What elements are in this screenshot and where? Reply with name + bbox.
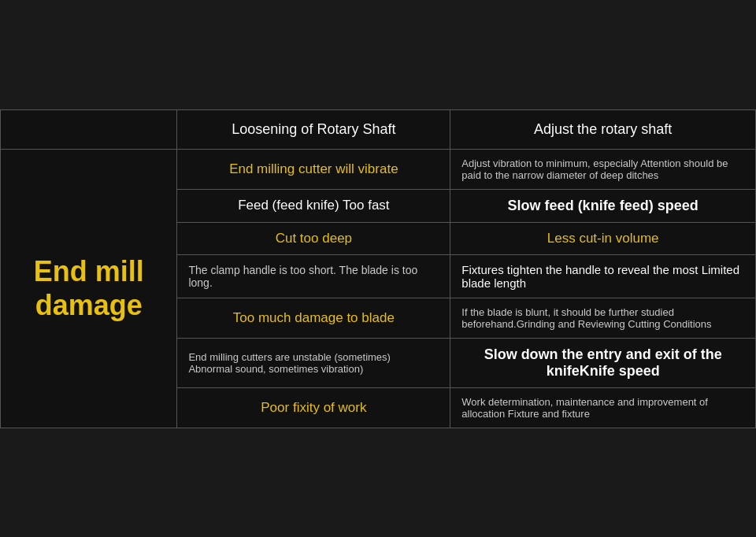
problem-cell: The clamp handle is too short. The blade… (177, 254, 450, 298)
solution-cell: If the blade is blunt, it should be furt… (450, 298, 756, 338)
problem-cell: End milling cutters are unstable (someti… (177, 338, 450, 387)
side-header (1, 109, 177, 149)
col2-header: Adjust the rotary shaft (450, 109, 756, 149)
problem-cell: Cut too deep (177, 222, 450, 254)
solution-cell: Less cut-in volume (450, 222, 756, 254)
problem-cell: Poor fixity of work (177, 387, 450, 428)
damage-table: Loosening of Rotary Shaft Adjust the rot… (0, 109, 756, 428)
problem-cell: Feed (feed knife) Too fast (177, 189, 450, 222)
solution-cell: Adjust vibration to minimum, especially … (450, 149, 756, 189)
solution-cell: Fixtures tighten the handle to reveal th… (450, 254, 756, 298)
table-row: End milldamageEnd milling cutter will vi… (1, 149, 756, 189)
col1-header: Loosening of Rotary Shaft (177, 109, 450, 149)
problem-cell: End milling cutter will vibrate (177, 149, 450, 189)
solution-cell: Slow down the entry and exit of the knif… (450, 338, 756, 387)
solution-cell: Work determination, maintenance and impr… (450, 387, 756, 428)
side-label: End milldamage (1, 149, 177, 428)
problem-cell: Too much damage to blade (177, 298, 450, 338)
solution-cell: Slow feed (knife feed) speed (450, 189, 756, 222)
